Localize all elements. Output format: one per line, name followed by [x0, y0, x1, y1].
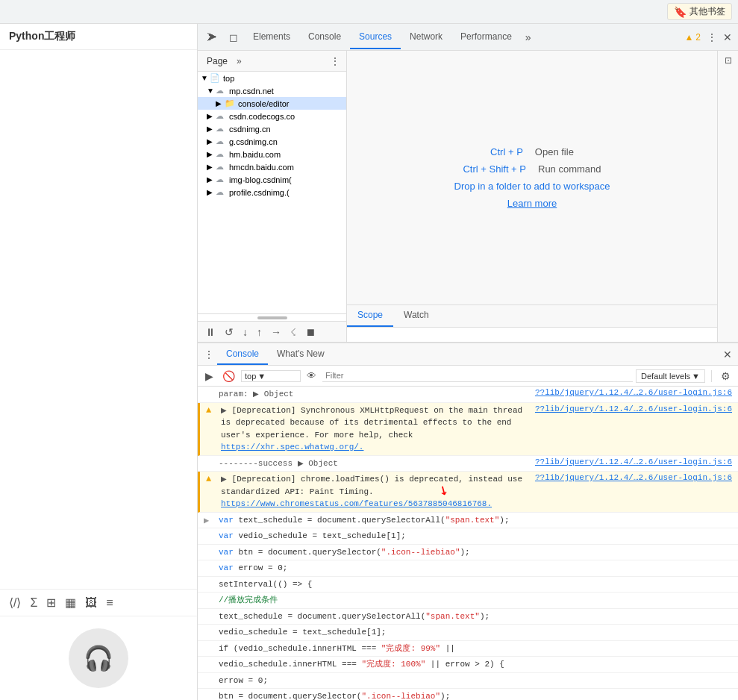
editor-area: Ctrl + P Open file Ctrl + Shift + P Run …: [347, 51, 717, 304]
tree-arrow: ▶: [207, 175, 216, 184]
tree-item-mp-csdn[interactable]: ▼ ☁ mp.csdn.net: [198, 84, 346, 97]
page-icon: 📄: [210, 73, 222, 83]
console-levels-selector[interactable]: Default levels ▼: [636, 369, 705, 383]
console-context-selector[interactable]: top ▼: [241, 370, 301, 382]
console-tab-console[interactable]: Console: [217, 344, 268, 365]
row-content-code-7: vedio_schedule = text_schedule[1];: [219, 626, 732, 639]
row-link-sync[interactable]: ??lib/jquery/1.12.4/…2.6/user-login.js:6: [535, 404, 732, 413]
row-icon-9: [204, 658, 216, 659]
console-eye-button[interactable]: 👁: [304, 369, 319, 383]
console-settings-button[interactable]: ⚙: [718, 369, 734, 384]
toolbar-divider: [711, 370, 712, 382]
scope-tab[interactable]: Scope: [347, 305, 393, 327]
shortcut-open-file: Ctrl + P Open file: [490, 146, 574, 157]
learn-more-link[interactable]: Learn more: [507, 198, 557, 209]
scope-watch-tabs: Scope Watch: [347, 305, 717, 328]
expand-object-button[interactable]: ▶: [253, 390, 259, 398]
page-content-area: [0, 50, 197, 589]
console-menu-icon[interactable]: ⋮: [201, 349, 217, 360]
row-icon-6: [204, 610, 216, 611]
levels-dropdown-icon: ▼: [692, 372, 700, 381]
sigma-icon: Σ: [30, 596, 37, 610]
expand-load-button[interactable]: ▶: [221, 475, 227, 483]
sources-left-panel: Page » ⋮ ▼ 📄 top: [198, 51, 347, 342]
deactivate-button[interactable]: ☇: [287, 325, 299, 340]
console-row-param: param: ▶ Object ??lib/jquery/1.12.4/…2.6…: [198, 387, 738, 403]
step-out-button[interactable]: ↑: [254, 325, 265, 340]
drop-workspace-text: Drop in a folder to add to workspace: [454, 181, 610, 192]
row-link-param[interactable]: ??lib/jquery/1.12.4/…2.6/user-login.js:6: [535, 388, 732, 397]
xhr-spec-link[interactable]: https://xhr.spec.whatwg.org/.: [221, 443, 363, 451]
tree-item-img-blog[interactable]: ▶ ☁ img-blog.csdnim(: [198, 173, 346, 186]
stop-button[interactable]: ⏹: [302, 325, 319, 340]
devtools-close-button[interactable]: ✕: [720, 28, 735, 46]
console-close-button[interactable]: ✕: [720, 346, 735, 363]
warning-icon-sync: ▲: [206, 404, 218, 416]
row-content-code-8: if (vedio_schedule.innerHTML === "完成度: 9…: [219, 643, 732, 655]
console-clear-button[interactable]: 🚫: [219, 369, 238, 384]
tab-elements[interactable]: Elements: [244, 25, 299, 49]
console-panel: ⋮ Console What's New ✕ ▶ 🚫 top ▼ 👁: [198, 342, 738, 700]
tab-network[interactable]: Network: [401, 25, 451, 49]
more-tabs-button[interactable]: »: [521, 31, 536, 43]
console-row-code-6: text_schedule = document.querySelectorAl…: [198, 609, 738, 625]
tree-item-top[interactable]: ▼ 📄 top: [198, 72, 346, 84]
expand-success-button[interactable]: ▶: [298, 459, 304, 467]
devtools-split: Page » ⋮ ▼ 📄 top: [198, 51, 738, 700]
right-collapse-panel: ⊡: [717, 51, 738, 342]
cursor-icon[interactable]: ⮞: [201, 31, 223, 43]
row-link-load[interactable]: ??lib/jquery/1.12.4/…2.6/user-login.js:6: [535, 473, 732, 482]
sidebar-icons: ⟨/⟩ Σ ⊞ ▦ 🖼 ≡: [0, 589, 197, 616]
tab-console[interactable]: Console: [299, 25, 350, 49]
tree-item-csdnimg[interactable]: ▶ ☁ csdnimg.cn: [198, 122, 346, 135]
file-tree[interactable]: ▼ 📄 top ▼ ☁ mp.csdn.net: [198, 72, 346, 313]
tree-item-g-csdnimg[interactable]: ▶ ☁ g.csdnimg.cn: [198, 135, 346, 148]
step-button[interactable]: →: [268, 325, 284, 340]
warning-icon: ▲: [684, 32, 693, 43]
console-tab-whats-new[interactable]: What's New: [268, 344, 334, 365]
row-link-success[interactable]: ??lib/jquery/1.12.4/…2.6/user-login.js:6: [535, 457, 732, 466]
code-prompt-icon: ▶: [204, 514, 216, 526]
tree-item-hm-baidu[interactable]: ▶ ☁ hm.baidu.com: [198, 148, 346, 160]
console-filter-input[interactable]: [322, 369, 633, 382]
tree-label-mp-csdn: mp.csdn.net: [229, 87, 274, 96]
watch-tab[interactable]: Watch: [393, 305, 440, 327]
tree-item-hmcdn-baidu[interactable]: ▶ ☁ hmcdn.baidu.com: [198, 160, 346, 173]
warning-icon-load: ▲: [206, 473, 218, 484]
shortcut-run-command: Ctrl + Shift + P Run command: [463, 163, 601, 175]
tab-sources[interactable]: Sources: [350, 25, 401, 49]
shortcut-key-ctrl-p: Ctrl + P: [490, 146, 523, 157]
console-execute-button[interactable]: ▶: [202, 369, 216, 384]
tree-arrow: ▶: [207, 137, 216, 146]
console-row-code-5: setInterval(() => {: [198, 577, 738, 593]
sources-tab-page[interactable]: Page: [201, 53, 234, 69]
tree-item-profile-csdn[interactable]: ▶ ☁ profile.csdnimg.(: [198, 186, 346, 199]
row-content-success: --------success ▶ Object: [219, 457, 532, 470]
chromestatus-link[interactable]: https://www.chromestatus.com/features/56…: [221, 499, 492, 508]
devtools-more-actions[interactable]: ⋮: [704, 28, 720, 46]
tree-item-codecogs[interactable]: ▶ ☁ csdn.codecogs.co: [198, 110, 346, 122]
tree-item-console-editor[interactable]: ▶ 📁 console/editor: [198, 97, 346, 110]
expand-warning-button[interactable]: ▶: [221, 406, 227, 414]
row-content-code-1: var text_schedule = document.querySelect…: [219, 514, 732, 527]
row-arrow-icon-success: [204, 457, 216, 458]
inspect-icon[interactable]: ◻: [223, 31, 244, 43]
pause-button[interactable]: ⏸: [202, 325, 219, 340]
console-row-code-1: ▶ var text_schedule = document.querySele…: [198, 513, 738, 529]
row-content-sync: ▶ [Deprecation] Synchronous XMLHttpReque…: [221, 404, 532, 454]
console-output[interactable]: param: ▶ Object ??lib/jquery/1.12.4/…2.6…: [198, 387, 738, 700]
console-row-comment-1: //播放完成条件: [198, 593, 738, 609]
sources-tab-menu[interactable]: ⋮: [327, 55, 343, 67]
bookmark-button[interactable]: 🔖 其他书签: [667, 3, 732, 20]
cloud-icon: ☁: [216, 86, 228, 96]
tab-performance[interactable]: Performance: [451, 25, 521, 49]
devtools-tab-bar: ⮞ ◻ Elements Console Sources Network Per…: [198, 24, 738, 51]
step-over-button[interactable]: ↺: [222, 325, 237, 340]
h-scroll-bar[interactable]: [198, 313, 346, 321]
collapse-right-button[interactable]: ⊡: [725, 55, 732, 66]
left-bottom: 🎧: [0, 616, 197, 700]
tree-arrow: ▶: [207, 163, 216, 171]
page-title: Python工程师: [0, 24, 197, 50]
sources-tab-more[interactable]: »: [234, 56, 245, 66]
step-into-button[interactable]: ↓: [240, 325, 251, 340]
